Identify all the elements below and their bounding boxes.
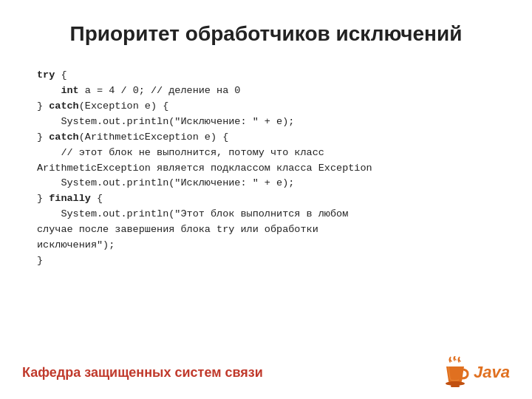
code-line-13: }	[37, 253, 495, 269]
code-line-3: } catch(Exception e) {	[37, 99, 495, 115]
keyword-int: int	[61, 85, 78, 96]
code-line-9: } finally {	[37, 191, 495, 207]
department-label: Кафедра защищенных систем связи	[22, 365, 263, 381]
keyword-catch-1: catch	[49, 100, 79, 112]
code-line-6: // этот блок не выполнится, потому что к…	[37, 146, 495, 161]
keyword-finally: finally	[49, 193, 91, 204]
java-text-label: Java	[474, 363, 510, 382]
code-line-5: } catch(ArithmeticException e) {	[37, 130, 495, 146]
slide: Приоритет обработчиков исключений try { …	[0, 0, 532, 399]
code-line-2: int a = 4 / 0; // деление на 0	[37, 83, 495, 99]
keyword-try: try	[37, 69, 55, 81]
footer: Кафедра защищенных систем связи Java	[0, 350, 532, 399]
code-line-7: ArithmeticException является подклассом …	[37, 161, 495, 177]
code-block: try { int a = 4 / 0; // деление на 0 } c…	[0, 53, 532, 350]
svg-rect-1	[451, 385, 460, 387]
java-logo: Java	[441, 356, 510, 389]
code-line-10: System.out.println("Этот блок выполнится…	[37, 207, 495, 222]
code-line-12: исключения");	[37, 238, 495, 253]
slide-title: Приоритет обработчиков исключений	[0, 0, 532, 53]
java-cup-icon	[441, 356, 469, 389]
code-line-11: случае после завершения блока try или об…	[37, 222, 495, 238]
code-line-4: System.out.println("Исключение: " + e);	[37, 115, 495, 130]
keyword-catch-2: catch	[49, 132, 79, 143]
code-line-8: System.out.println("Исключение: " + e);	[37, 176, 495, 191]
code-line-1: try {	[37, 68, 495, 83]
